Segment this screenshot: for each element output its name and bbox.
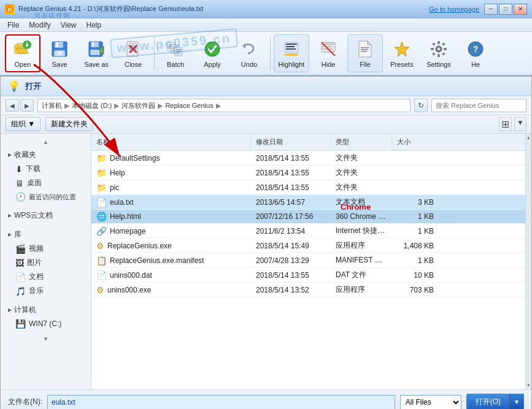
col-header-type[interactable]: 类型 <box>331 136 392 148</box>
menu-file[interactable]: File <box>2 20 24 31</box>
svg-point-48 <box>438 48 440 50</box>
sidebar-item-music[interactable]: 🎵 音乐 <box>3 284 88 298</box>
file-row-manifest[interactable]: 📋 ReplaceGenius.exe.manifest 2007/4/28 1… <box>91 253 525 268</box>
col-header-size[interactable]: 大小 <box>392 136 441 148</box>
scrollbar[interactable]: ▲ ▼ <box>525 134 531 389</box>
sidebar-computer-title[interactable]: 计算机 <box>3 303 88 317</box>
view-icon-list[interactable]: ⊞ <box>499 117 512 131</box>
he-icon: ? <box>466 39 485 59</box>
forward-button[interactable]: ▶ <box>20 99 34 112</box>
file-row-replacegenius-exe[interactable]: ⚙ ReplaceGenius.exe 2018/5/14 15:49 应用程序… <box>91 239 525 253</box>
sidebar-item-desktop[interactable]: 🖥 桌面 <box>3 176 88 190</box>
dialog-header: 💡 打开 <box>1 77 531 96</box>
sidebar-section-wps: WPS云文档 <box>3 208 88 223</box>
close-tool-button[interactable]: Close <box>115 34 151 72</box>
sidebar-item-documents[interactable]: 📄 文档 <box>3 270 88 284</box>
close-window-button[interactable]: ✕ <box>514 4 527 15</box>
sidebar-wps-title[interactable]: WPS云文档 <box>3 208 88 223</box>
window-controls: ─ □ ✕ <box>484 4 527 15</box>
scroll-down-sidebar[interactable]: ▼ <box>3 335 88 342</box>
scroll-down-btn[interactable]: ▼ <box>525 381 532 389</box>
filename-input[interactable] <box>47 395 395 410</box>
undo-icon <box>239 39 259 59</box>
file-tool-label: File <box>360 61 371 68</box>
sidebar-library-title[interactable]: 库 <box>3 227 88 242</box>
minimize-button[interactable]: ─ <box>484 4 498 15</box>
new-folder-button[interactable]: 新建文件夹 <box>45 117 93 131</box>
open-arrow-button[interactable]: ▼ <box>509 394 523 409</box>
sidebar-item-downloads[interactable]: ⬇ 下载 <box>3 162 88 176</box>
menu-modify[interactable]: Modify <box>24 20 55 31</box>
file-row-homepage[interactable]: 🔗 Homepage 2011/6/2 13:54 Internet 快捷方式 … <box>91 224 525 239</box>
filetype-select[interactable]: All Files Text Files HTML Files <box>400 395 461 410</box>
menu-view[interactable]: View <box>56 20 82 31</box>
path-sep-1: ▶ <box>64 102 69 110</box>
back-button[interactable]: ◀ <box>6 99 19 112</box>
presets-label: Presets <box>390 61 413 68</box>
refresh-button[interactable]: ↻ <box>414 99 428 112</box>
save-button[interactable]: Save <box>42 34 77 72</box>
sidebar-item-pictures[interactable]: 🖼 图片 <box>3 256 88 270</box>
path-item-folder2[interactable]: Replace Genius <box>165 102 213 109</box>
svg-rect-37 <box>285 53 298 56</box>
sidebar-item-recent[interactable]: 🕐 最近访问的位置 <box>3 190 88 204</box>
he-button[interactable]: ? He <box>458 34 493 72</box>
search-input[interactable] <box>431 99 526 112</box>
scroll-up[interactable]: ▲ <box>3 139 88 145</box>
file-row-help-folder[interactable]: 📁 Help 2018/5/14 13:55 文件夹 <box>91 166 525 180</box>
undo-button[interactable]: Undo <box>231 34 267 72</box>
file-row-defaultsettings[interactable]: 📁 DefaultSettings 2018/5/14 13:55 文件夹 <box>91 151 525 166</box>
folder-icon-pic: 📁 <box>96 183 107 193</box>
presets-button[interactable]: Presets <box>384 34 420 72</box>
hide-icon <box>318 39 338 59</box>
downloads-icon: ⬇ <box>15 164 23 174</box>
title-bar: R Replace Genius 4.21 - D:\河东软件园\Replace… <box>0 0 532 18</box>
svg-text:R: R <box>8 7 12 13</box>
svg-rect-31 <box>176 53 179 54</box>
file-list-header: 名称 ▲ 修改日期 类型 大小 <box>91 134 525 151</box>
highlight-button[interactable]: Highlight <box>274 34 309 72</box>
svg-rect-53 <box>432 42 436 46</box>
open-button[interactable]: Open <box>5 34 40 72</box>
exe-icon-rg: ⚙ <box>96 241 104 251</box>
hide-button[interactable]: Hide <box>310 34 346 72</box>
view-icon-arrow[interactable]: ▼ <box>514 117 526 131</box>
file-row-help-html[interactable]: 🌐 Help.html 2007/12/16 17:56 360 Chrome … <box>91 210 525 224</box>
filename-label: 文件名(N): <box>8 397 42 407</box>
main-content-area: ▲ 收藏夹 ⬇ 下载 🖥 桌面 🕐 最近访问的位置 <box>1 134 531 389</box>
menu-bar: File Modify View Help <box>0 18 532 32</box>
file-row-eula[interactable]: 📄 eula.txt 2013/6/5 14:57 文本文档 3 KB <box>91 195 525 210</box>
open-dialog: 💡 打开 ◀ ▶ 计算机 ▶ 本地磁盘 (D:) ▶ 河东软件园 ▶ Repla… <box>0 76 532 409</box>
col-header-date[interactable]: 修改日期 <box>251 136 331 148</box>
file-row-unins000-dat[interactable]: 📄 unins000.dat 2018/5/14 13:55 DAT 文件 10… <box>91 268 525 283</box>
bottom-bar: 文件名(N): All Files Text Files HTML Files … <box>1 389 531 409</box>
path-item-computer[interactable]: 计算机 <box>42 101 62 110</box>
svg-rect-52 <box>444 48 447 50</box>
svg-rect-7 <box>56 42 58 47</box>
path-item-folder1[interactable]: 河东软件园 <box>121 101 155 110</box>
open-main-button[interactable]: 打开(O) <box>467 394 509 409</box>
apply-button[interactable]: Apply <box>195 34 230 72</box>
homepage-link[interactable]: Go to homepage <box>429 6 479 13</box>
organize-button[interactable]: 组织 ▼ <box>6 117 40 131</box>
svg-rect-50 <box>438 54 440 57</box>
path-item-disk[interactable]: 本地磁盘 (D:) <box>72 101 112 110</box>
address-path[interactable]: 计算机 ▶ 本地磁盘 (D:) ▶ 河东软件园 ▶ Replace Genius… <box>37 99 411 112</box>
maximize-button[interactable]: □ <box>499 4 512 15</box>
file-row-pic[interactable]: 📁 pic 2018/5/14 13:55 文件夹 <box>91 180 525 195</box>
undo-label: Undo <box>241 61 257 68</box>
sidebar-item-win7[interactable]: 💾 WIN7 (C:) <box>3 317 88 331</box>
menu-help[interactable]: Help <box>81 20 106 31</box>
sidebar-favorites-title[interactable]: 收藏夹 <box>3 148 88 162</box>
sidebar-item-videos[interactable]: 🎬 视频 <box>3 242 88 256</box>
app-icon: R <box>5 4 15 14</box>
col-header-name[interactable]: 名称 ▲ <box>91 136 251 148</box>
save-as-button[interactable]: Save as <box>79 34 114 72</box>
address-bar: ◀ ▶ 计算机 ▶ 本地磁盘 (D:) ▶ 河东软件园 ▶ Replace Ge… <box>1 96 531 115</box>
documents-icon: 📄 <box>15 272 26 282</box>
file-tool-button[interactable]: File <box>347 34 383 72</box>
settings-button[interactable]: Settings <box>421 34 457 72</box>
file-row-unins000-exe[interactable]: ⚙ unins000.exe 2018/5/14 13:52 应用程序 703 … <box>91 283 525 297</box>
batch-button[interactable]: Batch <box>158 34 193 72</box>
scroll-up-btn[interactable]: ▲ <box>525 134 532 142</box>
